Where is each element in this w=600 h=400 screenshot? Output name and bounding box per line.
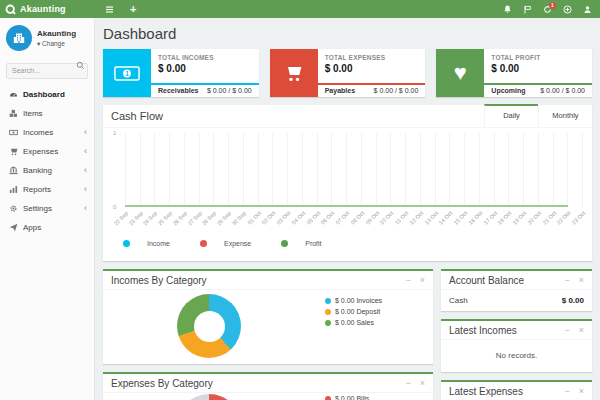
brand[interactable]: Akaunting bbox=[0, 0, 95, 18]
updates-badge: 1 bbox=[549, 2, 556, 9]
akaunting-logo-icon bbox=[5, 4, 16, 15]
legend-label: $ 0.00 Bills bbox=[335, 395, 369, 400]
x-tick-label: 23 Oct bbox=[571, 210, 587, 226]
close-icon[interactable]: × bbox=[579, 276, 584, 285]
panel-header: Incomes By Category − × bbox=[103, 271, 433, 290]
legend-item: $ 0.00 Invoices bbox=[325, 297, 382, 304]
gridline bbox=[258, 133, 259, 207]
company-change-label: Change bbox=[42, 40, 65, 47]
minimize-icon[interactable]: − bbox=[564, 387, 569, 396]
quick-add-button[interactable]: + bbox=[130, 4, 136, 14]
chevron-left-icon: ‹ bbox=[84, 128, 87, 137]
flag-icon[interactable] bbox=[523, 5, 532, 14]
company-avatar[interactable] bbox=[6, 25, 32, 51]
panel-header: Latest Expenses − × bbox=[441, 382, 592, 400]
card-footer-label: Receivables bbox=[158, 87, 198, 94]
cashflow-gridlines bbox=[125, 133, 582, 207]
legend-dot-icon bbox=[281, 240, 288, 247]
tab-daily[interactable]: Daily bbox=[484, 104, 538, 127]
legend-dot-icon bbox=[325, 396, 331, 400]
gridline bbox=[449, 133, 450, 207]
gridline bbox=[125, 133, 126, 207]
gridline bbox=[184, 133, 185, 207]
x-tick-label: 18 Oct bbox=[497, 210, 513, 226]
paper-plane-icon bbox=[7, 223, 19, 232]
cash-flow-header: Cash Flow Daily Monthly bbox=[103, 105, 592, 128]
x-tick-label: 23 Sep bbox=[127, 210, 144, 227]
sidebar-item-banking[interactable]: Banking ‹ bbox=[0, 161, 94, 180]
card-footer: Receivables $ 0.00 / $ 0.00 bbox=[151, 83, 259, 97]
tab-monthly[interactable]: Monthly bbox=[538, 104, 592, 127]
panel-title: Expenses By Category bbox=[111, 378, 213, 389]
chevron-left-icon: ‹ bbox=[84, 185, 87, 194]
topbar-actions: 1 bbox=[503, 5, 600, 14]
sidebar-item-label: Incomes bbox=[23, 128, 53, 137]
card-footer: Payables $ 0.00 / $ 0.00 bbox=[318, 83, 426, 97]
sidebar-item-settings[interactable]: Settings ‹ bbox=[0, 199, 94, 218]
gridline bbox=[243, 133, 244, 207]
card-title: TOTAL EXPENSES bbox=[325, 54, 419, 61]
close-icon[interactable]: × bbox=[579, 387, 584, 396]
sidebar-toggle-hamburger-icon[interactable] bbox=[105, 6, 114, 13]
incomes-donut-legend: $ 0.00 Invoices$ 0.00 Deposit$ 0.00 Sale… bbox=[325, 297, 382, 326]
sidebar-item-expenses[interactable]: Expenses ‹ bbox=[0, 142, 94, 161]
cash-flow-title: Cash Flow bbox=[103, 105, 163, 127]
minimize-icon[interactable]: − bbox=[564, 276, 569, 285]
app-window: Akaunting + 1 bbox=[0, 0, 600, 400]
sidebar-item-incomes[interactable]: Incomes ‹ bbox=[0, 123, 94, 142]
gridline bbox=[317, 133, 318, 207]
legend-dot-icon bbox=[325, 320, 331, 326]
close-icon[interactable]: × bbox=[420, 276, 425, 285]
minimize-icon[interactable]: − bbox=[405, 379, 410, 388]
legend-dot-icon bbox=[325, 309, 331, 315]
sidebar-item-label: Reports bbox=[23, 185, 51, 194]
total-profit-card[interactable]: ♥ TOTAL PROFIT $ 0.00 Upcoming $ 0.00 / … bbox=[436, 49, 592, 97]
panel-header: Expenses By Category − × bbox=[103, 374, 433, 393]
sidebar-item-reports[interactable]: Reports ‹ bbox=[0, 180, 94, 199]
cash-flow-chart: 1 0 22 Sep23 Sep24 Sep25 Sep26 Sep27 Sep… bbox=[103, 128, 592, 250]
minimize-icon[interactable]: − bbox=[564, 326, 569, 335]
user-icon[interactable] bbox=[583, 5, 592, 14]
bank-icon bbox=[7, 166, 19, 175]
company-change-link[interactable]: ▾ Change bbox=[37, 40, 76, 48]
card-footer-label: Upcoming bbox=[491, 87, 525, 94]
close-icon[interactable]: × bbox=[420, 379, 425, 388]
total-incomes-card[interactable]: 1 TOTAL INCOMES $ 0.00 Receivables $ 0.0… bbox=[103, 49, 259, 97]
close-icon[interactable]: × bbox=[579, 326, 584, 335]
sidebar-item-dashboard[interactable]: Dashboard bbox=[0, 85, 94, 104]
legend-dot-icon bbox=[325, 298, 331, 304]
donut-hole bbox=[194, 311, 225, 342]
total-expenses-card[interactable]: TOTAL EXPENSES $ 0.00 Payables $ 0.00 / … bbox=[270, 49, 426, 97]
refresh-icon[interactable]: 1 bbox=[543, 5, 552, 14]
card-footer-label: Payables bbox=[325, 87, 355, 94]
sidebar-item-apps[interactable]: Apps bbox=[0, 218, 94, 237]
x-tick-label: 28 Sep bbox=[201, 210, 218, 227]
latest-expenses-panel: Latest Expenses − × No records. bbox=[441, 380, 592, 400]
incomes-by-category-panel: Incomes By Category − × $ 0.00 Invoices$… bbox=[103, 269, 433, 364]
account-name: Cash bbox=[449, 296, 468, 305]
page-title: Dashboard bbox=[103, 25, 592, 42]
gridline bbox=[346, 133, 347, 207]
sidebar-item-items[interactable]: Items bbox=[0, 104, 94, 123]
gridline bbox=[361, 133, 362, 207]
sidebar-item-label: Expenses bbox=[23, 147, 58, 156]
heart-icon: ♥ bbox=[436, 49, 484, 97]
x-tick-label: 11 Oct bbox=[394, 210, 409, 225]
plus-circle-icon[interactable] bbox=[563, 5, 572, 14]
legend-item: Income bbox=[123, 240, 170, 247]
panel-title: Latest Incomes bbox=[449, 325, 517, 336]
x-tick-label: 03 Oct bbox=[276, 210, 292, 226]
chevron-left-icon: ‹ bbox=[84, 147, 87, 156]
legend-item: $ 0.00 Bills bbox=[325, 395, 369, 400]
search-icon[interactable] bbox=[76, 61, 85, 70]
legend-dot-icon bbox=[123, 240, 130, 247]
donut-ring bbox=[177, 294, 241, 358]
bar-chart-icon bbox=[7, 185, 19, 194]
bell-icon[interactable] bbox=[503, 5, 512, 14]
money-icon bbox=[7, 128, 19, 137]
x-tick-label: 10 Oct bbox=[379, 210, 395, 226]
cash-flow-tabs: Daily Monthly bbox=[484, 105, 592, 127]
minimize-icon[interactable]: − bbox=[405, 276, 410, 285]
x-tick-label: 25 Sep bbox=[157, 210, 174, 227]
x-tick-label: 02 Oct bbox=[261, 210, 277, 226]
